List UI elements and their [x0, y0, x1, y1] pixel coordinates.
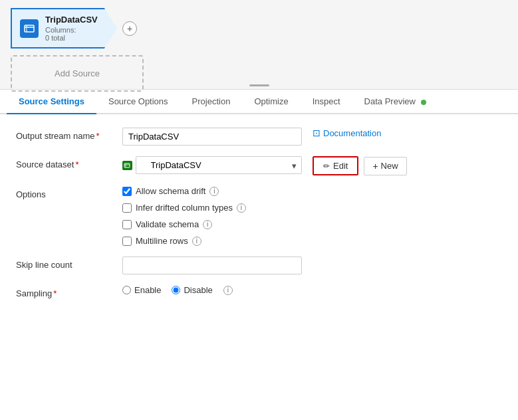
allow-schema-drift-label[interactable]: Allow schema drift — [136, 186, 205, 196]
validate-schema-checkbox[interactable] — [122, 220, 132, 229]
node-icon — [20, 19, 39, 38]
infer-drifted-label[interactable]: Infer drifted column types — [136, 203, 233, 213]
tab-optimize[interactable]: Optimize — [242, 90, 300, 114]
svg-rect-3 — [124, 163, 130, 167]
documentation-action: ⊡ Documentation — [313, 128, 381, 138]
multiline-rows-checkbox[interactable] — [122, 237, 132, 246]
source-dataset-control: TripDataCSV ▾ — [122, 156, 302, 174]
sampling-enable-radio[interactable] — [122, 286, 131, 294]
node-info: TripDataCSV Columns: 0 total — [45, 15, 98, 42]
sampling-enable-label[interactable]: Enable — [134, 285, 161, 295]
source-dataset-label: Source dataset* — [16, 156, 122, 169]
sampling-control: Enable Disable i — [122, 285, 348, 295]
dataset-buttons: ✏ Edit + New — [313, 156, 407, 175]
add-source-label: Add Source — [55, 68, 100, 78]
sampling-disable-row: Disable — [172, 285, 212, 295]
allow-schema-drift-checkbox[interactable] — [122, 187, 132, 196]
sampling-disable-radio[interactable] — [172, 286, 180, 294]
validate-schema-label[interactable]: Validate schema — [136, 219, 199, 229]
plus-icon: + — [372, 161, 378, 171]
multiline-rows-row: Multiline rows i — [122, 236, 348, 246]
multiline-rows-label[interactable]: Multiline rows — [136, 236, 188, 246]
validate-schema-info-icon[interactable]: i — [203, 220, 212, 229]
validate-schema-row: Validate schema i — [122, 219, 348, 229]
source-dataset-row: Source dataset* TripDataCSV ▾ ✏ — [16, 156, 502, 175]
sampling-radio-group: Enable Disable i — [122, 285, 348, 295]
sampling-disable-label[interactable]: Disable — [184, 285, 212, 295]
add-connection-button[interactable]: + — [122, 21, 137, 36]
tab-source-options[interactable]: Source Options — [96, 90, 180, 114]
output-stream-name-label: Output stream name* — [16, 128, 122, 141]
skip-line-count-control — [122, 257, 302, 274]
infer-drifted-checkbox[interactable] — [122, 203, 132, 213]
source-dataset-select-wrapper: TripDataCSV ▾ — [122, 156, 302, 174]
infer-drifted-info-icon[interactable]: i — [237, 203, 246, 213]
source-node[interactable]: TripDataCSV Columns: 0 total — [11, 8, 117, 49]
canvas-area: TripDataCSV Columns: 0 total + Add Sourc… — [0, 0, 518, 90]
sampling-row: Sampling* Enable Disable i — [16, 285, 502, 298]
new-button[interactable]: + New — [364, 157, 406, 175]
edit-button[interactable]: ✏ Edit — [313, 156, 358, 175]
multiline-rows-info-icon[interactable]: i — [192, 237, 201, 246]
tab-inspect[interactable]: Inspect — [301, 90, 352, 114]
source-dataset-select[interactable]: TripDataCSV — [136, 156, 302, 174]
documentation-link[interactable]: ⊡ Documentation — [313, 128, 381, 138]
output-stream-name-control — [122, 128, 302, 146]
data-preview-dot — [421, 100, 426, 105]
options-label: Options — [16, 186, 122, 199]
allow-schema-drift-info-icon[interactable]: i — [209, 187, 219, 196]
tab-source-settings[interactable]: Source Settings — [7, 90, 96, 114]
options-control: Allow schema drift i Infer drifted colum… — [122, 186, 348, 246]
dataset-icon — [122, 161, 132, 170]
options-row: Options Allow schema drift i Infer drift… — [16, 186, 502, 246]
skip-line-count-label: Skip line count — [16, 257, 122, 270]
output-stream-name-input[interactable] — [122, 128, 302, 146]
tabs-bar: Source Settings Source Options Projectio… — [0, 90, 518, 114]
node-title: TripDataCSV — [45, 15, 98, 25]
pencil-icon: ✏ — [323, 161, 330, 171]
collapse-bar — [249, 84, 269, 86]
skip-line-count-row: Skip line count — [16, 257, 502, 274]
settings-panel: Output stream name* ⊡ Documentation Sour… — [0, 114, 518, 322]
svg-rect-0 — [25, 25, 34, 32]
sampling-label: Sampling* — [16, 285, 122, 298]
external-link-icon: ⊡ — [313, 128, 321, 138]
output-stream-name-row: Output stream name* ⊡ Documentation — [16, 128, 502, 146]
tab-projection[interactable]: Projection — [180, 90, 243, 114]
collapse-handle[interactable] — [0, 78, 518, 88]
checkbox-group: Allow schema drift i Infer drifted colum… — [122, 186, 348, 246]
skip-line-count-input[interactable] — [122, 257, 302, 274]
sampling-info-icon[interactable]: i — [223, 286, 233, 295]
node-subtitle: Columns: 0 total — [45, 26, 98, 42]
sampling-enable-row: Enable — [122, 285, 161, 295]
infer-drifted-row: Infer drifted column types i — [122, 203, 348, 213]
tab-data-preview[interactable]: Data Preview — [352, 90, 438, 114]
allow-schema-drift-row: Allow schema drift i — [122, 186, 348, 196]
